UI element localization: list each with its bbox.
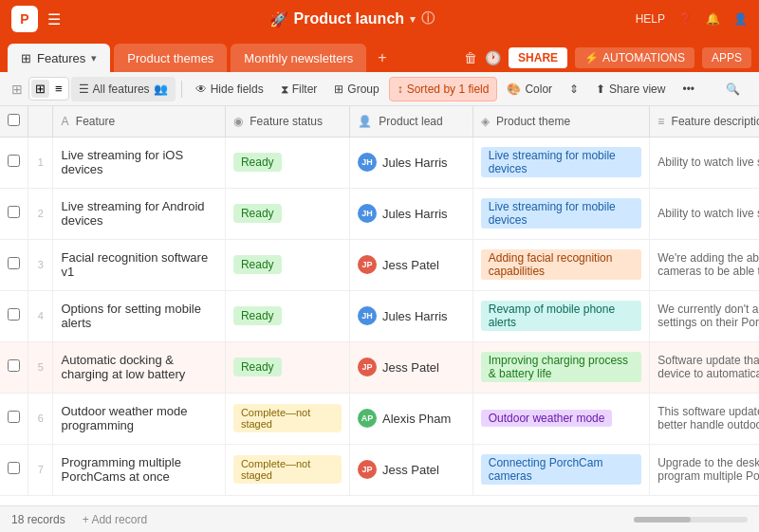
toolbar-separator-1 <box>181 81 182 98</box>
automations-icon: ⚡ <box>584 51 599 64</box>
col-theme-label: Product theme <box>496 115 570 128</box>
project-icon: 🚀 <box>269 10 288 28</box>
row-theme: Connecting PorchCam cameras <box>472 444 649 495</box>
row-checkbox[interactable] <box>8 462 20 474</box>
row-number: 4 <box>28 290 53 341</box>
project-info-icon[interactable]: ⓘ <box>421 10 435 28</box>
add-record-button[interactable]: + Add record <box>77 511 153 528</box>
col-header-feature[interactable]: A Feature <box>53 106 225 137</box>
project-name[interactable]: Product launch <box>294 10 404 28</box>
scroll-indicator[interactable] <box>634 517 748 523</box>
status-badge: Complete—not staged <box>233 404 342 432</box>
lead-name: Alexis Pham <box>382 412 451 426</box>
tab-monthly-newsletters[interactable]: Monthly newsletters <box>231 44 366 72</box>
share-view-label: Share view <box>609 83 665 96</box>
row-feature[interactable]: Facial recognition software v1 <box>53 239 225 290</box>
row-height-button[interactable]: ⇕ <box>562 77 586 101</box>
status-badge: Complete—not staged <box>233 455 342 484</box>
user-icon[interactable]: 👤 <box>733 12 748 26</box>
features-table: A Feature ◉ Feature status 👤 Product lea… <box>0 106 759 496</box>
col-desc-label: Feature description <box>672 115 759 128</box>
row-desc: Ability to watch live stream... <box>650 137 759 188</box>
avatar: JH <box>358 204 377 223</box>
row-status: Ready <box>225 137 349 188</box>
group-button[interactable]: ⊞ Group <box>326 77 386 101</box>
lead-name: Jess Patel <box>382 258 439 272</box>
select-all-checkbox[interactable] <box>8 114 20 126</box>
person-cell: JP Jess Patel <box>358 460 465 479</box>
row-lead: JH Jules Harris <box>349 290 472 341</box>
row-lead: JH Jules Harris <box>349 137 472 188</box>
row-checkbox[interactable] <box>8 206 20 218</box>
filter-button[interactable]: ⧗ Filter <box>273 77 325 101</box>
history-icon[interactable]: 🕐 <box>485 50 501 65</box>
row-feature[interactable]: Programming multiple PorchCams at once <box>53 444 225 495</box>
status-badge: Ready <box>233 306 282 325</box>
row-checkbox-cell <box>0 444 28 495</box>
theme-badge: Live streaming for mobile devices <box>481 147 641 177</box>
row-feature[interactable]: Live streaming for iOS devices <box>53 137 225 188</box>
row-checkbox[interactable] <box>8 257 20 269</box>
row-checkbox[interactable] <box>8 359 20 372</box>
tab-product-themes[interactable]: Product themes <box>114 44 227 72</box>
project-caret-icon[interactable]: ▾ <box>410 13 416 26</box>
hamburger-icon[interactable]: ☰ <box>47 10 61 28</box>
row-lead: JH Jules Harris <box>349 188 472 239</box>
trash-icon[interactable]: 🗑 <box>464 50 477 65</box>
sort-button[interactable]: ↕ Sorted by 1 field <box>389 77 498 101</box>
table-container: A Feature ◉ Feature status 👤 Product lea… <box>0 106 759 532</box>
avatar: JH <box>358 153 377 172</box>
sort-label: Sorted by 1 field <box>407 83 490 96</box>
row-number: 1 <box>28 137 53 188</box>
row-feature[interactable]: Automatic docking & charging at low batt… <box>53 341 225 393</box>
row-feature[interactable]: Options for setting mobile alerts <box>53 290 225 341</box>
add-tab-button[interactable]: + <box>370 49 394 66</box>
more-options-button[interactable]: ••• <box>675 77 702 101</box>
feature-description: This software update allows better handl… <box>657 405 759 431</box>
col-header-theme[interactable]: ◈ Product theme <box>472 106 649 137</box>
table-row: 1 Live streaming for iOS devices Ready J… <box>0 137 759 188</box>
search-button[interactable]: 🔍 <box>718 77 748 101</box>
row-feature[interactable]: Outdoor weather mode programming <box>53 393 225 444</box>
all-features-button[interactable]: ☰ All features 👥 <box>71 77 176 101</box>
col-num <box>28 106 53 137</box>
row-feature[interactable]: Live streaming for Android devices <box>53 188 225 239</box>
top-bar-actions: HELP ❓ 🔔 👤 <box>636 12 748 26</box>
share-view-button[interactable]: ⬆ Share view <box>588 77 673 101</box>
row-checkbox-cell <box>0 137 28 188</box>
col-header-status[interactable]: ◉ Feature status <box>225 106 349 137</box>
row-checkbox[interactable] <box>8 308 20 321</box>
col-header-lead[interactable]: 👤 Product lead <box>349 106 472 137</box>
apps-button[interactable]: APPS <box>702 47 751 68</box>
automations-button[interactable]: ⚡ AUTOMATIONS <box>575 47 694 68</box>
tab-features-label: Features <box>37 51 85 65</box>
help-label[interactable]: HELP <box>636 12 665 26</box>
sort-icon: ↕ <box>398 83 403 96</box>
feature-description: We're adding the ability for cameras to … <box>657 251 759 278</box>
help-icon[interactable]: ❓ <box>678 12 693 26</box>
row-height-icon: ⇕ <box>569 83 579 96</box>
color-icon: 🎨 <box>507 83 521 96</box>
row-theme: Live streaming for mobile devices <box>472 137 649 188</box>
all-features-label: All features <box>93 83 150 96</box>
scroll-thumb[interactable] <box>634 517 691 523</box>
tab-features[interactable]: ⊞ Features ▾ <box>8 44 110 72</box>
desc-col-icon: ≡ <box>657 115 664 128</box>
row-checkbox[interactable] <box>8 155 20 167</box>
lead-name: Jess Patel <box>382 360 439 375</box>
color-button[interactable]: 🎨 Color <box>499 77 560 101</box>
grid-view-icon[interactable]: ⊞ <box>31 80 49 98</box>
app-logo[interactable]: P <box>11 6 38 32</box>
tab-features-caret[interactable]: ▾ <box>91 52 97 64</box>
col-header-desc[interactable]: ≡ Feature description <box>650 106 759 137</box>
row-checkbox[interactable] <box>8 411 20 423</box>
row-checkbox-cell <box>0 341 28 393</box>
feature-description: Ability to watch live stream... <box>657 207 759 220</box>
share-button[interactable]: SHARE <box>509 47 567 68</box>
hide-fields-button[interactable]: 👁 Hide fields <box>188 77 271 101</box>
lead-name: Jules Harris <box>382 207 448 221</box>
notifications-icon[interactable]: 🔔 <box>706 12 720 26</box>
feature-description: Upgrade to the desktop app program multi… <box>657 456 759 483</box>
list-view-icon[interactable]: ≡ <box>51 80 66 98</box>
status-col-icon: ◉ <box>233 115 243 128</box>
